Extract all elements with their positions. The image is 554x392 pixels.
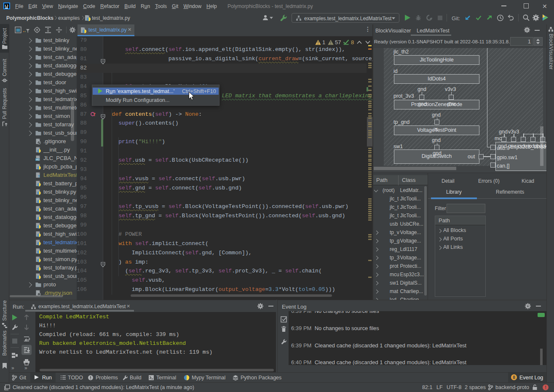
svg-text:?: ? (38, 174, 40, 178)
svg-text:MD: MD (36, 158, 40, 161)
